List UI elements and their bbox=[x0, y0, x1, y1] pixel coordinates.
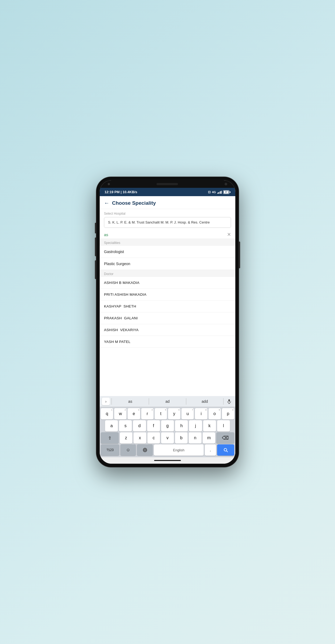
list-item[interactable]: ASHISH VEKARIYA bbox=[100, 324, 235, 336]
suggestion-ad[interactable]: ad bbox=[151, 399, 184, 404]
page-title: Choose Speciality bbox=[112, 200, 156, 206]
signal-bar-3 bbox=[220, 191, 221, 194]
key-j[interactable]: j bbox=[189, 420, 202, 431]
key-i[interactable]: i8 bbox=[195, 408, 207, 419]
key-n[interactable]: n bbox=[189, 432, 202, 444]
microphone-button[interactable] bbox=[225, 398, 233, 405]
search-input[interactable] bbox=[104, 232, 227, 237]
battery-icon: 37 bbox=[223, 190, 229, 194]
key-s[interactable]: s bbox=[119, 420, 132, 431]
signal-bars bbox=[217, 190, 222, 194]
status-time: 12:19 PM | 10.4KB/s bbox=[105, 190, 137, 194]
keyboard-keys: q1 w2 e3 r4 t5 y6 u7 i8 o9 p0 a s bbox=[100, 407, 235, 457]
search-key[interactable] bbox=[217, 444, 234, 456]
key-y[interactable]: y6 bbox=[168, 408, 180, 419]
key-x[interactable]: x bbox=[133, 432, 146, 444]
key-m[interactable]: m bbox=[203, 432, 215, 444]
battery-tip bbox=[230, 191, 230, 193]
key-l[interactable]: l bbox=[217, 420, 230, 431]
suggestion-separator bbox=[223, 398, 224, 405]
space-key[interactable]: English bbox=[154, 444, 204, 456]
time-text: 12:19 PM | 10.4KB/s bbox=[105, 190, 137, 194]
signal-bar-4 bbox=[221, 191, 222, 194]
keyboard-suggestions-bar: › as ad add bbox=[100, 396, 235, 407]
key-d[interactable]: d bbox=[133, 420, 146, 431]
doctor-section-label: Doctor bbox=[100, 270, 235, 277]
phone-screen: 12:19 PM | 10.4KB/s ⊡ 4G 37 bbox=[100, 180, 235, 464]
front-camera bbox=[108, 183, 110, 185]
key-b[interactable]: b bbox=[175, 432, 188, 444]
app-content: ← Choose Speciality Select Hospital S. K… bbox=[100, 196, 235, 464]
list-item[interactable]: PRITI ASHISH MAKADIA bbox=[100, 289, 235, 301]
list-item[interactable]: Gastrologist bbox=[100, 246, 235, 258]
hospital-section: Select Hospital S. K. L. P. E. & M. Trus… bbox=[100, 209, 235, 230]
key-h[interactable]: h bbox=[175, 420, 188, 431]
suggestion-add[interactable]: add bbox=[188, 399, 222, 404]
list-item[interactable]: Plastic Surgeon bbox=[100, 258, 235, 270]
hospital-value[interactable]: S. K. L. P. E. & M. Trust Sanchalit M. M… bbox=[104, 217, 231, 228]
volume-mute-button[interactable] bbox=[95, 223, 96, 233]
notch bbox=[100, 180, 235, 188]
suggestion-as[interactable]: as bbox=[113, 399, 147, 404]
key-w[interactable]: w2 bbox=[114, 408, 126, 419]
dot-key[interactable]: . bbox=[205, 444, 216, 456]
network-type: 4G bbox=[212, 191, 216, 194]
power-button[interactable] bbox=[239, 241, 240, 268]
key-o[interactable]: o9 bbox=[209, 408, 221, 419]
page-header: ← Choose Speciality bbox=[100, 196, 235, 209]
search-clear-button[interactable]: ✕ bbox=[227, 232, 231, 237]
battery-level: 37 bbox=[224, 191, 229, 193]
backspace-key[interactable]: ⌫ bbox=[216, 432, 234, 444]
key-a[interactable]: a bbox=[105, 420, 118, 431]
wifi-icon: ⊡ bbox=[208, 190, 211, 194]
keyboard-row-1: q1 w2 e3 r4 t5 y6 u7 i8 o9 p0 bbox=[101, 408, 234, 419]
home-indicator bbox=[100, 457, 235, 464]
phone-device: 12:19 PM | 10.4KB/s ⊡ 4G 37 bbox=[96, 177, 239, 467]
key-u[interactable]: u7 bbox=[181, 408, 194, 419]
key-g[interactable]: g bbox=[161, 420, 174, 431]
volume-up-button[interactable] bbox=[95, 237, 96, 256]
status-icons: ⊡ 4G 37 bbox=[208, 190, 230, 194]
key-t[interactable]: t5 bbox=[155, 408, 167, 419]
keyboard-row-2: a s d f g h j k l bbox=[101, 420, 234, 431]
earpiece bbox=[157, 183, 178, 185]
list-item[interactable]: PRAKASH GALANI bbox=[100, 312, 235, 324]
suggestions-expand-button[interactable]: › bbox=[102, 398, 110, 405]
volume-down-button[interactable] bbox=[95, 260, 96, 279]
list-item[interactable]: ASHISH B MAKADIA bbox=[100, 277, 235, 289]
key-z[interactable]: z bbox=[120, 432, 133, 444]
hospital-label: Select Hospital bbox=[104, 212, 231, 215]
home-bar[interactable] bbox=[154, 460, 181, 461]
key-k[interactable]: k bbox=[203, 420, 216, 431]
key-c[interactable]: c bbox=[147, 432, 160, 444]
svg-line-9 bbox=[226, 451, 228, 452]
front-sensor bbox=[225, 183, 227, 185]
list-item[interactable]: YASH M PATEL bbox=[100, 336, 235, 348]
status-bar: 12:19 PM | 10.4KB/s ⊡ 4G 37 bbox=[100, 188, 235, 196]
back-button[interactable]: ← bbox=[104, 200, 109, 206]
key-v[interactable]: v bbox=[161, 432, 174, 444]
search-bar[interactable]: ✕ bbox=[100, 230, 235, 239]
svg-rect-0 bbox=[228, 399, 230, 402]
specialities-section-label: Specialities bbox=[100, 239, 235, 246]
signal-bar-1 bbox=[217, 193, 218, 194]
key-r[interactable]: r4 bbox=[141, 408, 154, 419]
signal-bar-2 bbox=[218, 192, 219, 194]
emoji-key[interactable]: ☺ bbox=[120, 444, 136, 456]
key-p[interactable]: p0 bbox=[222, 408, 234, 419]
keyboard-row-4: ?123 ☺ English . bbox=[101, 444, 234, 457]
battery-container: 37 bbox=[223, 190, 230, 194]
globe-key[interactable] bbox=[137, 444, 152, 456]
key-f[interactable]: f bbox=[147, 420, 160, 431]
shift-key[interactable]: ⇧ bbox=[101, 432, 119, 444]
keyboard-row-3: ⇧ z x c v b n m ⌫ bbox=[101, 432, 234, 444]
key-e[interactable]: e3 bbox=[128, 408, 140, 419]
suggestion-separator bbox=[111, 398, 112, 405]
key-q[interactable]: q1 bbox=[101, 408, 113, 419]
keyboard: › as ad add bbox=[100, 396, 235, 457]
list-item[interactable]: KASHYAP SHETH bbox=[100, 301, 235, 312]
symbol-key[interactable]: ?123 bbox=[101, 444, 119, 456]
results-list: Specialities Gastrologist Plastic Surgeo… bbox=[100, 239, 235, 396]
suggestion-separator bbox=[186, 398, 186, 405]
suggestion-separator bbox=[149, 398, 149, 405]
